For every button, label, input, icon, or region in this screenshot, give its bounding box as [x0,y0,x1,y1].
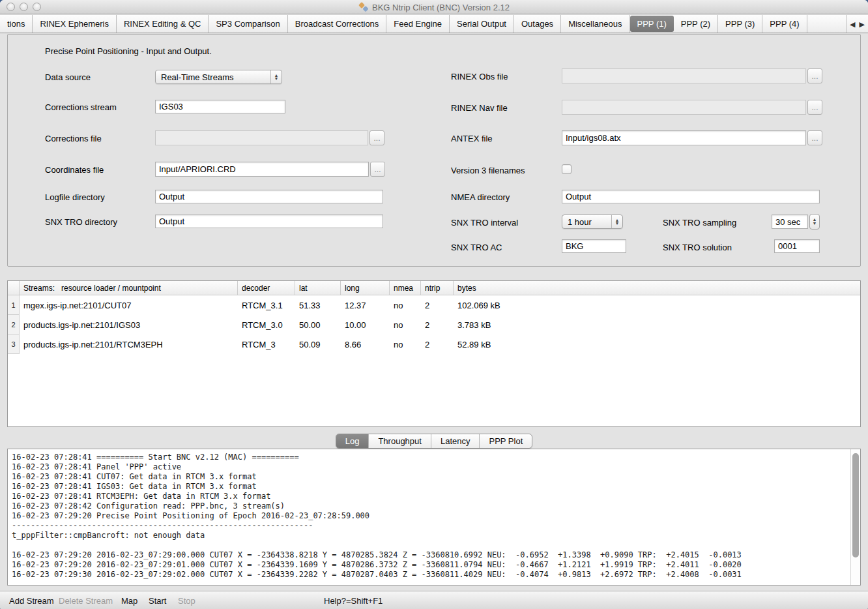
cell-decoder: RTCM_3 [238,334,295,354]
column-header[interactable]: Streams: resource loader / mountpoint [20,281,238,295]
cell-bytes: 3.783 kB [454,315,860,334]
tab-rinex-editing-qc[interactable]: RINEX Editing & QC [117,15,209,33]
tab-feed-engine[interactable]: Feed Engine [386,15,450,33]
antex-file-input[interactable] [562,130,806,145]
snx-tro-interval-select[interactable]: 1 hour ▲▼ [562,215,623,229]
coordinates-file-browse-button[interactable]: ... [370,162,385,177]
corrections-file-input[interactable] [155,130,368,145]
log-scrollbar-thumb[interactable] [852,453,859,557]
log-scrollbar[interactable] [850,449,860,585]
column-header[interactable]: long [341,281,390,295]
popup-stepper-icon: ▲▼ [270,70,282,83]
bottom-toolbar: Add StreamDelete StreamMapStartStop Help… [0,591,868,609]
tab-rinex-ephemeris[interactable]: RINEX Ephemeris [33,15,116,33]
rinex-obs-file-input[interactable] [562,68,806,83]
column-header[interactable]: bytes [454,281,860,295]
tab-scrollers: ◀ ▶ [846,15,868,33]
row-number[interactable]: 3 [8,334,20,354]
map-button[interactable]: Map [121,591,137,609]
corrections-stream-label: Corrections stream [45,102,117,112]
row-number[interactable]: 1 [8,295,20,315]
snx-tro-sampling-stepper[interactable]: ▲▼ [809,214,820,230]
delete-stream-button[interactable]: Delete Stream [59,591,113,609]
cell-nmea: no [390,315,421,334]
column-header[interactable]: lat [295,281,341,295]
stop-button[interactable]: Stop [178,591,195,609]
table-row[interactable]: 2products.igs-ip.net:2101/IGS03RTCM_3.05… [8,315,860,334]
snx-tro-directory-input[interactable] [155,215,383,228]
log-line: 16-02-23 07:28:41 Panel 'PPP' active [12,462,847,472]
tab-miscellaneous[interactable]: Miscellaneous [561,15,629,33]
add-stream-button[interactable]: Add Stream [9,591,54,609]
coordinates-file-input[interactable] [155,162,369,177]
snx-tro-ac-input[interactable] [562,239,626,253]
cell-lat: 50.09 [295,334,341,354]
tab-scroll-right-icon[interactable]: ▶ [858,20,867,29]
log-output: 16-02-23 07:28:41 ========== Start BNC v… [7,449,861,586]
logfile-directory-input[interactable] [155,190,383,203]
tab-tions[interactable]: tions [0,15,33,33]
cell-decoder: RTCM_3.0 [238,315,295,334]
cell-decoder: RTCM_3.1 [238,295,295,315]
tab-ppp-3-[interactable]: PPP (3) [718,15,762,33]
snx-tro-ac-label: SNX TRO AC [451,243,502,252]
data-source-select[interactable]: Real-Time Streams ▲▼ [155,70,282,84]
streams-table-header: Streams: resource loader / mountpointdec… [8,281,860,295]
cell-long: 8.66 [341,334,390,354]
tab-ppp-4-[interactable]: PPP (4) [762,15,807,33]
rinex-obs-file-label: RINEX Obs file [451,72,508,82]
corrections-file-browse-button[interactable]: ... [369,130,384,145]
start-button[interactable]: Start [149,591,166,609]
window-title: BKG Ntrip Client (BNC) Version 2.12 [372,3,510,12]
log-line: 16-02-23 07:29:30 2016-02-23_07:29:02.00… [12,570,847,580]
log-tab-latency[interactable]: Latency [431,434,480,448]
log-line: 16-02-23 07:28:41 CUT07: Get data in RTC… [12,472,847,482]
snx-tro-sampling-input[interactable] [772,215,808,229]
log-line: t_pppFilter::cmpBancroft: not enough dat… [12,531,847,541]
log-tab-ppp-plot[interactable]: PPP Plot [480,434,532,448]
column-header[interactable]: nmea [390,281,421,295]
tab-broadcast-corrections[interactable]: Broadcast Corrections [288,15,387,33]
main-tab-bar: tionsRINEX EphemerisRINEX Editing & QCSP… [0,15,868,33]
version3-filenames-checkbox[interactable] [562,164,571,174]
rinex-nav-file-input[interactable] [562,100,806,115]
rinex-nav-file-browse-button[interactable]: ... [807,100,822,115]
table-corner-header[interactable] [8,281,20,295]
log-line: 16-02-23 07:29:20 2016-02-23_07:29:00.00… [12,550,847,560]
logfile-directory-label: Logfile directory [45,192,105,202]
snx-tro-solution-input[interactable] [774,239,820,253]
ppp-panel: Precise Point Positioning - Input and Ou… [7,34,861,267]
table-row[interactable]: 3products.igs-ip.net:2101/RTCM3EPHRTCM_3… [8,334,860,354]
cell-bytes: 52.89 kB [454,334,860,354]
tab-outages[interactable]: Outages [514,15,561,33]
log-line: 16-02-23 07:29:20 2016-02-23_07:29:01.00… [12,560,847,570]
snx-tro-solution-label: SNX TRO solution [663,243,732,252]
coordinates-file-label: Coordinates file [45,165,104,175]
antex-file-label: ANTEX file [451,134,493,143]
nmea-directory-label: NMEA directory [451,192,510,202]
snx-tro-interval-value: 1 hour [562,217,611,227]
cell-ntrip: 2 [421,315,454,334]
column-header[interactable]: decoder [238,281,295,295]
column-header[interactable]: ntrip [421,281,454,295]
corrections-stream-input[interactable] [155,100,285,113]
log-line: 16-02-23 07:28:42 Configuration read: PP… [12,501,847,511]
cell-nmea: no [390,334,421,354]
tab-sp3-comparison[interactable]: SP3 Comparison [209,15,287,33]
title-bar: BKG Ntrip Client (BNC) Version 2.12 [0,0,868,14]
log-tab-throughput[interactable]: Throughput [369,434,431,448]
popup-stepper-icon: ▲▼ [611,215,622,228]
tab-ppp-2-[interactable]: PPP (2) [674,15,718,33]
log-line: 16-02-23 07:29:20 Precise Point Position… [12,511,847,521]
log-tab-log[interactable]: Log [336,434,369,448]
cell-nmea: no [390,295,421,315]
row-number[interactable]: 2 [8,315,20,334]
tab-serial-output[interactable]: Serial Output [450,15,514,33]
rinex-obs-file-browse-button[interactable]: ... [807,68,822,83]
nmea-directory-input[interactable] [562,190,820,203]
tab-ppp-1-[interactable]: PPP (1) [630,16,674,32]
cell-ntrip: 2 [421,295,454,315]
tab-scroll-left-icon[interactable]: ◀ [848,20,857,29]
table-row[interactable]: 1mgex.igs-ip.net:2101/CUT07RTCM_3.151.33… [8,295,860,315]
antex-file-browse-button[interactable]: ... [807,130,822,145]
